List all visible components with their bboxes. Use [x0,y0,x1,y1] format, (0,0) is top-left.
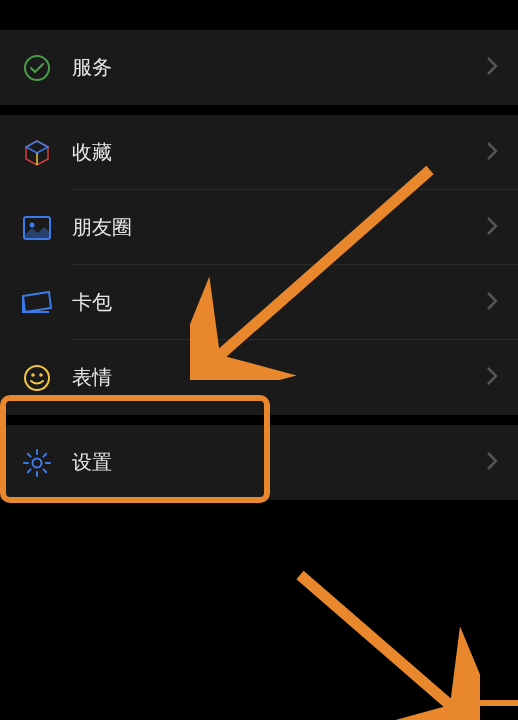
svg-line-11 [28,453,31,456]
menu-item-stickers[interactable]: 表情 [0,340,518,415]
favorites-icon [20,136,54,170]
menu-item-label: 服务 [72,54,486,81]
settings-icon [20,446,54,480]
menu-item-services[interactable]: 服务 [0,30,518,105]
chevron-right-icon [486,141,498,165]
chevron-right-icon [486,216,498,240]
menu-item-label: 朋友圈 [72,214,486,241]
cards-icon [20,286,54,320]
chevron-right-icon [486,56,498,80]
svg-point-2 [30,222,35,227]
chevron-right-icon [486,451,498,475]
svg-point-0 [25,56,49,80]
moments-icon [20,211,54,245]
svg-line-14 [43,453,46,456]
svg-line-16 [300,575,450,705]
menu-item-label: 收藏 [72,139,486,166]
services-icon [20,51,54,85]
menu-item-settings[interactable]: 设置 [0,425,518,500]
svg-line-12 [43,469,46,472]
svg-line-13 [28,469,31,472]
chevron-right-icon [486,366,498,390]
annotation-arrow-icon [280,555,480,720]
svg-point-6 [33,458,42,467]
menu-item-cards[interactable]: 卡包 [0,265,518,340]
menu-item-moments[interactable]: 朋友圈 [0,190,518,265]
annotation-highlight-box [460,700,518,720]
menu-item-label: 卡包 [72,289,486,316]
svg-point-5 [39,373,43,377]
svg-point-4 [31,373,35,377]
menu-item-favorites[interactable]: 收藏 [0,115,518,190]
menu-item-label: 设置 [72,449,486,476]
menu-item-label: 表情 [72,364,486,391]
stickers-icon [20,361,54,395]
svg-point-3 [25,366,49,390]
chevron-right-icon [486,291,498,315]
